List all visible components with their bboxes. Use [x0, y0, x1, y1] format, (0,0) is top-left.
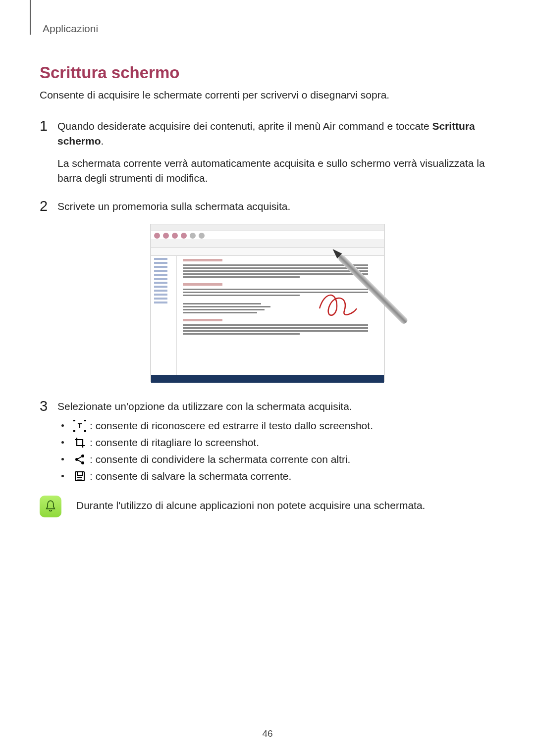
bullet-dot-icon: [61, 458, 64, 460]
bullet-4-text: : consente di salvare la schermata corre…: [90, 470, 291, 482]
svg-text:T: T: [78, 422, 82, 430]
bullet-list: T : consente di riconoscere ed estrarre …: [61, 419, 495, 483]
svg-point-5: [81, 461, 84, 464]
step-1-number: 1: [40, 119, 57, 133]
svg-point-4: [75, 458, 78, 461]
step-1: 1 Quando desiderate acquisire dei conten…: [40, 119, 495, 186]
note-text: Durante l'utilizzo di alcune applicazion…: [76, 496, 425, 511]
bullet-share: : consente di condividere la schermata c…: [61, 453, 495, 466]
svg-rect-9: [77, 479, 82, 480]
step-1-text-a: Quando desiderate acquisire dei contenut…: [57, 120, 432, 132]
step-2: 2 Scrivete un promemoria sulla schermata…: [40, 199, 495, 214]
bullet-dot-icon: [61, 424, 64, 427]
share-icon: [73, 453, 87, 466]
note: Durante l'utilizzo di alcune applicazion…: [40, 496, 495, 517]
bullet-extract-text: T : consente di riconoscere ed estrarre …: [61, 419, 495, 432]
header-rule: [30, 0, 31, 35]
screenshot-wrap: [40, 224, 495, 382]
handwriting-mark-icon: [315, 289, 359, 323]
save-icon: [73, 470, 87, 483]
step-2-number: 2: [40, 199, 57, 213]
page-number: 46: [0, 728, 535, 739]
svg-rect-7: [77, 472, 82, 475]
bullet-dot-icon: [61, 475, 64, 477]
page: Applicazioni Scrittura schermo Consente …: [0, 0, 535, 756]
bullet-crop: : consente di ritagliare lo screenshot.: [61, 436, 495, 449]
bullet-1-text: : consente di riconoscere ed estrarre il…: [90, 420, 373, 432]
bullet-2-text: : consente di ritagliare lo screenshot.: [90, 437, 259, 449]
step-2-body: Scrivete un promemoria sulla schermata a…: [57, 199, 290, 214]
step-1-period: .: [101, 135, 104, 147]
header-category: Applicazioni: [43, 23, 495, 35]
step-3: 3 Selezionate un'opzione da utilizzare c…: [40, 399, 495, 414]
crop-icon: [73, 436, 87, 449]
step-3-number: 3: [40, 399, 57, 413]
step-1-body: Quando desiderate acquisire dei contenut…: [57, 119, 495, 186]
svg-point-3: [81, 454, 84, 457]
bullet-save: : consente di salvare la schermata corre…: [61, 470, 495, 483]
bullet-dot-icon: [61, 441, 64, 444]
step-3-body: Selezionate un'opzione da utilizzare con…: [57, 399, 352, 414]
screenshot-illustration: [151, 224, 384, 382]
section-intro: Consente di acquisire le schermate corre…: [40, 89, 495, 101]
bullet-3-text: : consente di condividere la schermata c…: [90, 454, 350, 465]
extract-text-icon: T: [73, 419, 87, 432]
note-bell-icon: [40, 496, 61, 517]
svg-rect-8: [77, 477, 82, 478]
step-1-text-b: La schermata corrente verrà automaticame…: [57, 156, 495, 186]
section-title: Scrittura schermo: [40, 63, 495, 82]
